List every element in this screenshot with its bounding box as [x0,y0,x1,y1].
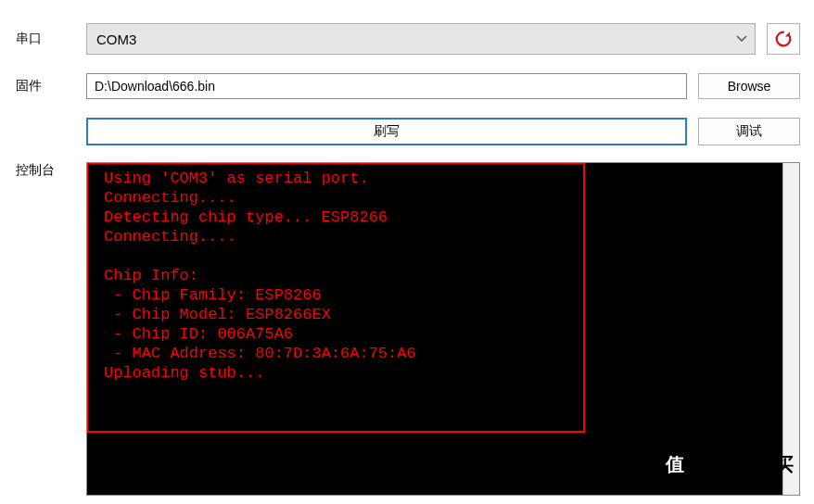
firmware-label: 固件 [14,78,86,94]
firmware-path-input[interactable] [86,73,687,99]
console-output: Using 'COM3' as serial port. Connecting.… [86,162,800,496]
serial-port-dropdown[interactable]: COM3 [86,23,756,55]
action-buttons-row: 刷写 调试 [14,118,800,145]
firmware-row: 固件 Browse [14,73,800,99]
console-text: Using 'COM3' as serial port. Connecting.… [87,163,782,495]
chevron-down-icon [736,35,747,43]
serial-port-row: 串口 COM3 [14,23,800,55]
console-row: 控制台 Using 'COM3' as serial port. Connect… [14,162,800,496]
serial-port-label: 串口 [14,31,86,47]
console-label: 控制台 [14,162,86,179]
debug-button[interactable]: 调试 [698,118,800,145]
browse-button-label: Browse [728,79,771,94]
flash-button-label: 刷写 [374,123,400,140]
flash-button[interactable]: 刷写 [86,118,687,145]
esphome-flasher-window: 串口 COM3 固件 Browse [0,0,814,504]
serial-port-value: COM3 [96,32,136,47]
browse-button[interactable]: Browse [698,73,800,99]
debug-button-label: 调试 [736,123,762,140]
refresh-icon [773,29,794,49]
console-scrollbar[interactable] [782,163,799,495]
reload-ports-button[interactable] [767,23,800,55]
